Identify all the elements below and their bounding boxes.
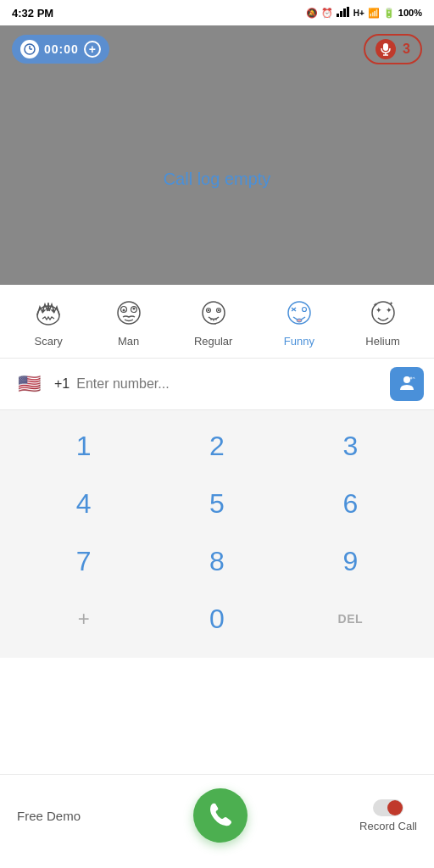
svg-text:✦: ✦ [373, 302, 378, 308]
microphone-icon [376, 39, 396, 59]
man-label: Man [118, 335, 139, 348]
country-code: +1 [54, 376, 70, 392]
funny-label: Funny [284, 335, 314, 348]
dial-key-7[interactable]: 7 [46, 534, 122, 588]
timer-pill[interactable]: 00:00 + [12, 35, 109, 64]
svg-rect-2 [343, 8, 346, 17]
helium-icon: ✦ ✦ ✦ ✦ [369, 298, 398, 331]
svg-text:✦: ✦ [389, 301, 393, 306]
svg-rect-3 [347, 7, 349, 17]
regular-label: Regular [194, 335, 233, 348]
svg-point-14 [122, 309, 125, 312]
call-phone-icon [207, 799, 234, 832]
helium-label: Helium [365, 335, 399, 348]
dial-key-5[interactable]: 5 [179, 476, 255, 531]
dial-pad: 1 2 3 4 5 6 7 8 9 + 0 DEL [0, 410, 434, 658]
scary-icon [34, 298, 63, 331]
dial-key-8[interactable]: 8 [179, 534, 255, 588]
contacts-button[interactable] [390, 367, 424, 401]
toggle-knob [387, 800, 403, 815]
svg-rect-7 [383, 43, 388, 51]
dial-key-4[interactable]: 4 [46, 476, 122, 531]
dial-key-1[interactable]: 1 [46, 419, 122, 473]
alarm-icon: ⏰ [321, 8, 333, 19]
status-icons: 🔕 ⏰ H+ 📶 🔋 100% [306, 7, 422, 19]
svg-point-27 [302, 308, 306, 312]
dial-key-2[interactable]: 2 [179, 419, 255, 473]
filter-regular[interactable]: Regular [186, 295, 242, 351]
status-time: 4:32 PM [12, 7, 53, 19]
dial-row-1: 1 2 3 [17, 419, 417, 473]
filter-helium[interactable]: ✦ ✦ ✦ ✦ Helium [357, 295, 408, 351]
record-call-label: Record Call [359, 820, 417, 832]
filter-scary[interactable]: Scary [25, 295, 71, 351]
dial-key-9[interactable]: 9 [312, 534, 388, 588]
dial-key-del[interactable]: DEL [312, 592, 388, 646]
wifi-icon: 📶 [368, 8, 380, 19]
filter-man[interactable]: Man [106, 295, 152, 351]
status-bar: 4:32 PM 🔕 ⏰ H+ 📶 🔋 100% [0, 0, 434, 25]
man-icon [114, 298, 143, 331]
svg-point-15 [132, 308, 135, 310]
top-controls-bar: 00:00 + 3 [0, 25, 434, 73]
svg-point-28 [297, 319, 302, 322]
voice-filter-bar: Scary Man [0, 285, 434, 359]
dial-key-plus[interactable]: + [46, 592, 122, 646]
phone-number-input[interactable] [76, 376, 383, 392]
regular-icon [199, 298, 228, 331]
svg-point-19 [207, 309, 209, 311]
record-pill[interactable]: 3 [364, 34, 422, 64]
battery-percent: 100% [398, 8, 422, 18]
call-log-empty-text: Call log empty [164, 170, 271, 189]
silent-icon: 🔕 [306, 8, 318, 19]
svg-rect-0 [337, 14, 339, 17]
svg-text:✦: ✦ [386, 306, 392, 314]
free-demo-label[interactable]: Free Demo [17, 809, 81, 823]
dial-row-4: + 0 DEL [17, 592, 417, 646]
funny-icon [285, 298, 314, 331]
toggle-track [373, 799, 403, 816]
contacts-icon [398, 373, 416, 396]
timer-add-button[interactable]: + [84, 41, 101, 58]
svg-point-34 [403, 376, 410, 383]
dial-key-0[interactable]: 0 [179, 592, 255, 646]
call-button[interactable] [193, 788, 248, 843]
timer-display: 00:00 [44, 42, 79, 56]
call-log-area: Call log empty [0, 73, 434, 285]
timer-clock-icon [20, 40, 39, 58]
data-icon: H+ [353, 8, 364, 18]
record-call-area: Record Call [359, 799, 417, 832]
dial-key-3[interactable]: 3 [312, 419, 388, 473]
record-toggle[interactable] [373, 799, 403, 816]
dial-row-2: 4 5 6 [17, 476, 417, 531]
signal-icon [337, 7, 350, 19]
svg-point-20 [217, 309, 219, 311]
phone-input-row: 🇺🇸 +1 [0, 359, 434, 410]
scary-label: Scary [35, 335, 63, 348]
country-flag[interactable]: 🇺🇸 [10, 370, 47, 398]
battery-icon: 🔋 [383, 8, 395, 19]
record-count: 3 [403, 42, 410, 57]
dial-key-6[interactable]: 6 [312, 476, 388, 531]
bottom-bar: Free Demo Record Call [0, 774, 434, 868]
dial-row-3: 7 8 9 [17, 534, 417, 588]
svg-point-35 [410, 376, 413, 379]
svg-rect-1 [340, 11, 342, 17]
filter-funny[interactable]: Funny [275, 295, 323, 351]
